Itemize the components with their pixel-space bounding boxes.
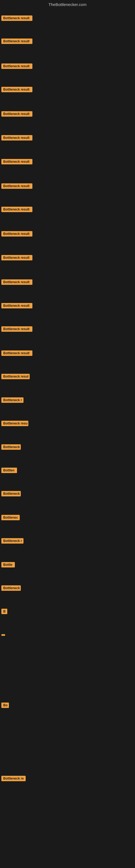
- bottleneck-badge-6: Bottleneck result: [1, 135, 32, 141]
- bottleneck-badge-15: Bottleneck result: [1, 350, 32, 356]
- bottleneck-item-2[interactable]: Bottleneck result: [1, 38, 32, 45]
- bottleneck-item-22[interactable]: Bottlenec: [1, 515, 20, 521]
- bottleneck-badge-12: Bottleneck result: [1, 279, 32, 285]
- bottleneck-item-25[interactable]: Bottleneck: [1, 585, 21, 592]
- bottleneck-badge-10: Bottleneck result: [1, 231, 32, 237]
- bottleneck-item-12[interactable]: Bottleneck result: [1, 279, 32, 286]
- bottleneck-item-16[interactable]: Bottleneck resul: [1, 374, 30, 380]
- bottleneck-item-23[interactable]: Bottleneck r: [1, 538, 24, 545]
- bottleneck-item-6[interactable]: Bottleneck result: [1, 135, 32, 142]
- bottleneck-badge-5: Bottleneck result: [1, 111, 32, 117]
- bottleneck-item-4[interactable]: Bottleneck result: [1, 87, 32, 93]
- bottleneck-item-9[interactable]: Bottleneck result: [1, 207, 32, 213]
- bottleneck-item-5[interactable]: Bottleneck result: [1, 111, 32, 118]
- bottleneck-badge-7: Bottleneck result: [1, 159, 32, 164]
- bottleneck-badge-18: Bottleneck resu: [1, 421, 28, 426]
- bottleneck-item-7[interactable]: Bottleneck result: [1, 159, 32, 165]
- bottleneck-badge-9: Bottleneck result: [1, 207, 32, 212]
- bottleneck-badge-19: Bottleneck: [1, 444, 21, 450]
- bottleneck-badge-28: Bo: [1, 703, 9, 708]
- bottleneck-badge-20: Bottlen: [1, 468, 17, 473]
- bottleneck-badge-25: Bottleneck: [1, 585, 21, 591]
- bottleneck-item-19[interactable]: Bottleneck: [1, 444, 21, 451]
- bottleneck-item-3[interactable]: Bottleneck result: [1, 63, 32, 70]
- bottleneck-item-14[interactable]: Bottleneck result: [1, 326, 32, 333]
- bottleneck-item-15[interactable]: Bottleneck result: [1, 350, 32, 357]
- bottleneck-item-8[interactable]: Bottleneck result: [1, 183, 32, 190]
- bottleneck-badge-17: Bottleneck r: [1, 397, 24, 403]
- bottleneck-item-20[interactable]: Bottlen: [1, 468, 17, 474]
- bottleneck-item-10[interactable]: Bottleneck result: [1, 231, 32, 238]
- bottleneck-badge-1: Bottleneck result: [1, 16, 32, 21]
- bottleneck-item-11[interactable]: Bottleneck result: [1, 255, 32, 261]
- bottleneck-badge-2: Bottleneck result: [1, 38, 32, 44]
- bottleneck-badge-21: Bottleneck: [1, 491, 21, 496]
- bottleneck-badge-26: B: [1, 609, 7, 614]
- bottleneck-badge-16: Bottleneck resul: [1, 374, 30, 379]
- bottleneck-item-21[interactable]: Bottleneck: [1, 491, 21, 497]
- bottleneck-badge-8: Bottleneck result: [1, 183, 32, 189]
- bottleneck-item-26[interactable]: B: [1, 609, 7, 615]
- bottleneck-item-24[interactable]: Bottle: [1, 562, 15, 568]
- bottleneck-badge-4: Bottleneck result: [1, 87, 32, 92]
- bottleneck-badge-3: Bottleneck result: [1, 63, 32, 69]
- site-title: TheBottlenecker.com: [49, 2, 87, 7]
- bottleneck-badge-11: Bottleneck result: [1, 255, 32, 260]
- bottleneck-item-28[interactable]: Bo: [1, 703, 9, 709]
- bottleneck-badge-14: Bottleneck result: [1, 326, 32, 332]
- bottleneck-item-27[interactable]: [1, 632, 5, 637]
- bottleneck-badge-24: Bottle: [1, 562, 15, 567]
- bottleneck-item-13[interactable]: Bottleneck result: [1, 303, 32, 310]
- bottleneck-badge-27: [1, 634, 5, 636]
- bottleneck-item-29[interactable]: Bottleneck re: [1, 776, 26, 782]
- bottleneck-item-18[interactable]: Bottleneck resu: [1, 421, 28, 427]
- bottleneck-item-1[interactable]: Bottleneck result: [1, 16, 32, 22]
- site-header: TheBottlenecker.com: [0, 0, 135, 8]
- bottleneck-item-17[interactable]: Bottleneck r: [1, 397, 24, 404]
- bottleneck-badge-13: Bottleneck result: [1, 303, 32, 308]
- bottleneck-badge-22: Bottlenec: [1, 515, 20, 520]
- bottleneck-badge-29: Bottleneck re: [1, 776, 26, 781]
- bottleneck-badge-23: Bottleneck r: [1, 538, 24, 544]
